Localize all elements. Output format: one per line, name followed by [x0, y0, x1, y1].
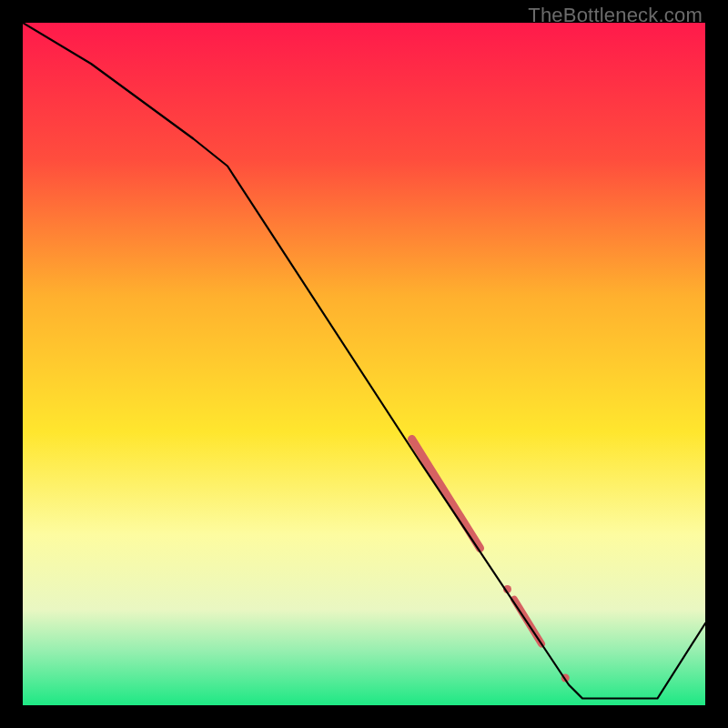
bottleneck-chart [23, 23, 705, 705]
gradient-background [23, 23, 705, 705]
watermark-text: TheBottleneck.com [528, 4, 703, 27]
chart-svg [23, 23, 705, 705]
